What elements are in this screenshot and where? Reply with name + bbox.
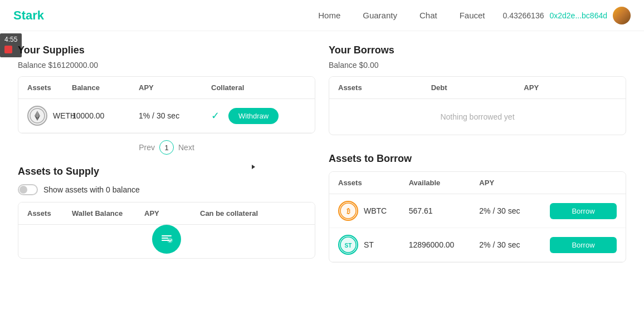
your-borrows-section: Your Borrows Balance $0.00 Assets Debt A…	[329, 45, 626, 135]
record-indicator	[4, 46, 12, 53]
weth-collateral-cell: ✓ Withdraw	[211, 108, 306, 124]
weth-svg	[30, 108, 45, 123]
your-supplies-section: Your Supplies Balance $16120000.00 Asset…	[18, 45, 315, 161]
zero-balance-toggle[interactable]	[18, 184, 38, 195]
st-available: 12896000.00	[409, 240, 480, 249]
header: Stark Home Guaranty Chat Faucet 0.432661…	[0, 0, 644, 31]
borrow-assets-col2: Available	[409, 179, 480, 187]
supply-row-weth: WETH 10000.00 1% / 30 sec ✓ Withdraw	[18, 99, 315, 133]
svg-point-4	[167, 238, 173, 243]
borrows-table-header: Assets Debt APY	[329, 77, 626, 99]
st-cell: ST ST	[338, 235, 409, 255]
wallet-address[interactable]: 0x2d2e...bc864d	[549, 11, 607, 20]
toggle-label: Show assets with 0 balance	[43, 185, 140, 194]
assets-to-supply-section: Assets to Supply Show assets with 0 bala…	[18, 161, 315, 259]
borrow-row-st: ST ST 12896000.00 2% / 30 sec Borrow	[329, 228, 626, 262]
borrow-assets-col3: APY	[479, 179, 550, 187]
your-supplies-title: Your Supplies	[18, 45, 315, 56]
wbtc-name: WBTC	[364, 206, 387, 215]
supply-col-assets: Assets	[27, 209, 72, 218]
pagination: Prev 1 Next	[18, 134, 315, 161]
svg-text:₿: ₿	[347, 207, 350, 215]
nav-guaranty[interactable]: Guaranty	[363, 11, 397, 20]
col-assets: Assets	[27, 83, 72, 92]
collateral-checkmark: ✓	[211, 110, 219, 122]
st-icon: ST	[338, 235, 358, 255]
nav-faucet[interactable]: Faucet	[460, 11, 485, 20]
nav-chat[interactable]: Chat	[419, 11, 437, 20]
assets-to-borrow-title: Assets to Borrow	[329, 153, 626, 165]
borrow-assets-header: Assets Available APY	[329, 172, 626, 194]
st-name: ST	[364, 240, 374, 249]
col-balance: Balance	[72, 83, 139, 92]
borrow-col-debt: Debt	[431, 83, 524, 92]
main-content: Your Supplies Balance $16120000.00 Asset…	[0, 31, 644, 336]
right-column: Your Borrows Balance $0.00 Assets Debt A…	[329, 45, 626, 323]
borrow-row-wbtc: ₿ WBTC 567.61 2% / 30 sec Borrow	[329, 194, 626, 228]
col-collateral: Collateral	[211, 83, 306, 92]
supply-circle-icon	[152, 225, 181, 254]
supply-col-apy: APY	[144, 209, 200, 218]
supply-icon-svg	[159, 231, 174, 247]
avatar[interactable]	[613, 7, 631, 24]
your-supplies-balance: Balance $16120000.00	[18, 61, 315, 70]
borrows-empty-text: Nothing borrowed yet	[440, 112, 514, 121]
wallet-info: 0.43266136 0x2d2e...bc864d	[503, 7, 631, 24]
borrow-assets-col4	[550, 179, 617, 187]
borrow-col-apy: APY	[524, 83, 617, 92]
weth-icon	[27, 106, 47, 126]
your-supplies-table: Assets Balance APY Collateral	[18, 76, 315, 134]
supply-bottom-icon	[18, 225, 315, 258]
your-borrows-title: Your Borrows	[329, 45, 626, 56]
navigation: Home Guaranty Chat Faucet	[318, 11, 485, 20]
wallet-balance: 0.43266136	[503, 11, 544, 20]
assets-to-borrow-section: Assets to Borrow Assets Available APY ₿	[329, 149, 626, 263]
next-page[interactable]: Next	[178, 143, 194, 152]
your-borrows-table: Assets Debt APY Nothing borrowed yet	[329, 76, 626, 135]
left-column: Your Supplies Balance $16120000.00 Asset…	[18, 45, 315, 323]
borrow-col-assets: Assets	[338, 83, 431, 92]
prev-page[interactable]: Prev	[139, 143, 155, 152]
wbtc-apy: 2% / 30 sec	[479, 206, 550, 215]
wbtc-icon: ₿	[338, 201, 358, 221]
asset-cell-weth: WETH	[27, 106, 72, 126]
logo[interactable]: Stark	[13, 8, 44, 23]
assets-to-supply-title: Assets to Supply	[18, 166, 315, 177]
borrow-assets-col1: Assets	[338, 179, 409, 187]
nav-home[interactable]: Home	[318, 11, 340, 20]
borrow-wbtc-button[interactable]: Borrow	[550, 203, 617, 219]
borrow-st-button[interactable]: Borrow	[550, 237, 617, 253]
toggle-knob	[19, 186, 27, 194]
svg-text:ST: ST	[345, 243, 352, 249]
st-apy: 2% / 30 sec	[479, 240, 550, 249]
supplies-table-header: Assets Balance APY Collateral	[18, 77, 315, 99]
supply-col-collateral: Can be collateral	[200, 209, 306, 218]
your-borrows-balance: Balance $0.00	[329, 61, 626, 70]
supply-col-wallet: Wallet Balance	[72, 209, 144, 218]
borrows-empty: Nothing borrowed yet	[329, 99, 626, 135]
withdraw-button[interactable]: Withdraw	[228, 108, 279, 124]
st-svg: ST	[340, 236, 357, 253]
weth-apy: 1% / 30 sec	[139, 111, 211, 120]
weth-balance: 10000.00	[72, 111, 139, 120]
wbtc-svg: ₿	[340, 202, 357, 219]
timer-text: 4:55	[4, 36, 17, 43]
supply-table-header: Assets Wallet Balance APY Can be collate…	[18, 202, 315, 225]
assets-to-supply-table: Assets Wallet Balance APY Can be collate…	[18, 202, 315, 259]
timer-overlay: 4:55	[0, 33, 22, 57]
toggle-row: Show assets with 0 balance	[18, 184, 315, 195]
current-page[interactable]: 1	[159, 140, 174, 155]
wbtc-available: 567.61	[409, 206, 480, 215]
col-apy: APY	[139, 83, 211, 92]
wbtc-cell: ₿ WBTC	[338, 201, 409, 221]
assets-to-borrow-table: Assets Available APY ₿ WBTC	[329, 171, 626, 263]
